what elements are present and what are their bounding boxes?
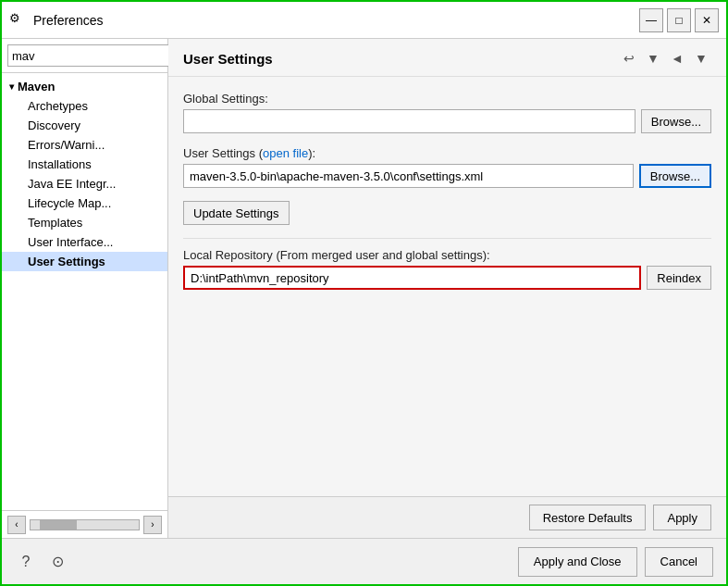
bottom-left-icons: ? ⊙ [15,551,68,573]
restore-defaults-button[interactable]: Restore Defaults [529,505,647,530]
user-settings-input[interactable] [183,164,634,188]
global-settings-input[interactable] [183,109,635,133]
header-controls: ↩ ▼ ◄ ▼ [619,48,711,69]
nav-forward-button[interactable]: ▼ [643,48,663,69]
bottom-right-buttons: Apply and Close Cancel [518,547,713,577]
section-divider [183,238,711,239]
user-browse-button[interactable]: Browse... [639,164,711,188]
content-body: Global Settings: Browse... User Settings… [168,77,726,496]
content-area: User Settings ↩ ▼ ◄ ▼ Global Settings: B… [168,39,726,538]
settings-icon-button[interactable]: ⊙ [46,551,68,573]
minimize-button[interactable]: — [639,8,663,32]
maven-section-header[interactable]: ▾ Maven [2,77,167,96]
local-repo-row: Reindex [183,266,711,290]
cancel-button[interactable]: Cancel [645,547,713,577]
content-footer: Restore Defaults Apply [168,496,726,538]
user-settings-label-close: ): [308,146,315,160]
preferences-window: ⚙ Preferences — □ ✕ × ▾ Maven Archetypes… [0,0,728,586]
bottom-bar: ? ⊙ Apply and Close Cancel [2,538,726,584]
update-settings-button[interactable]: Update Settings [183,201,290,225]
search-input[interactable] [7,44,172,67]
global-settings-row: Browse... [183,109,711,133]
nav-menu-button[interactable]: ▼ [691,48,711,69]
restore-button[interactable]: □ [667,8,691,32]
window-controls: — □ ✕ [639,8,719,32]
sidebar-bottom: ‹ › [2,510,167,538]
sidebar-scrollbar-thumb [40,520,77,530]
sidebar-item-installations[interactable]: Installations [2,155,167,174]
nav-down-button[interactable]: ◄ [667,48,687,69]
maven-label: Maven [18,80,55,94]
global-browse-button[interactable]: Browse... [641,109,711,133]
sidebar-item-lifecycle[interactable]: Lifecycle Map... [2,193,167,213]
sidebar-item-usersettings[interactable]: User Settings [2,252,167,271]
sidebar-item-templates[interactable]: Templates [2,213,167,232]
main-area: × ▾ Maven Archetypes Discovery Errors/Wa… [2,39,726,538]
reindex-button[interactable]: Reindex [647,266,711,290]
sidebar-scroll-left[interactable]: ‹ [7,516,26,534]
sidebar-item-userinterface[interactable]: User Interface... [2,232,167,252]
nav-back-button[interactable]: ↩ [619,48,639,69]
close-button[interactable]: ✕ [695,8,719,32]
user-settings-label-text: User Settings ( [183,146,263,160]
open-file-link[interactable]: open file [263,146,308,160]
global-settings-label: Global Settings: [183,92,711,106]
sidebar: × ▾ Maven Archetypes Discovery Errors/Wa… [2,39,168,538]
content-title: User Settings [183,51,273,67]
global-settings-group: Global Settings: Browse... [183,92,711,133]
sidebar-item-archetypes[interactable]: Archetypes [2,96,167,116]
local-repo-group: Local Repository (From merged user and g… [183,248,711,290]
local-repo-input[interactable] [183,266,641,290]
apply-button[interactable]: Apply [653,505,711,530]
sidebar-scrollbar[interactable] [30,519,140,530]
user-settings-label: User Settings (open file): [183,146,711,160]
update-settings-group: Update Settings [183,201,711,225]
title-bar: ⚙ Preferences — □ ✕ [2,2,726,39]
apply-and-close-button[interactable]: Apply and Close [518,547,637,577]
nav-tree: ▾ Maven Archetypes Discovery Errors/Warn… [2,73,167,510]
app-icon: ⚙ [9,11,28,30]
search-bar: × [2,39,167,73]
sidebar-item-discovery[interactable]: Discovery [2,116,167,135]
help-button[interactable]: ? [15,551,37,573]
maven-expand-arrow: ▾ [9,81,14,92]
sidebar-item-javaee[interactable]: Java EE Integr... [2,174,167,193]
content-header: User Settings ↩ ▼ ◄ ▼ [168,39,726,77]
sidebar-item-errors[interactable]: Errors/Warni... [2,135,167,155]
sidebar-scroll-right[interactable]: › [143,516,162,534]
local-repo-label: Local Repository (From merged user and g… [183,248,711,262]
user-settings-row: Browse... [183,164,711,188]
window-title: Preferences [33,13,639,28]
user-settings-group: User Settings (open file): Browse... [183,146,711,188]
